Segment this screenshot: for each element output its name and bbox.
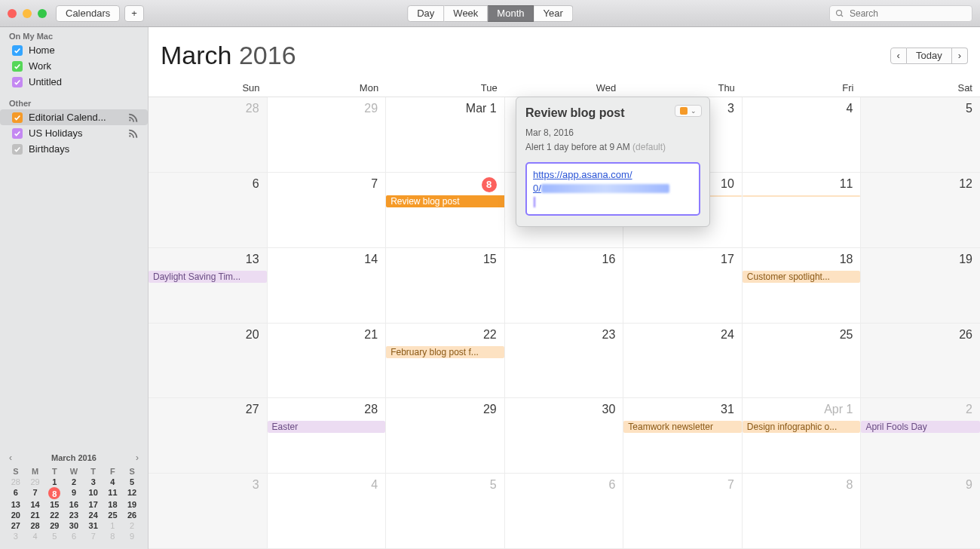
day-cell[interactable]: Mar 1: [386, 97, 505, 173]
mini-day[interactable]: 9: [64, 487, 84, 499]
day-cell[interactable]: 24: [623, 324, 743, 399]
add-button[interactable]: +: [124, 5, 144, 22]
calendar-item-mymac-1[interactable]: Work: [0, 58, 148, 74]
day-cell[interactable]: 5: [386, 474, 505, 549]
mini-day[interactable]: 8: [103, 531, 123, 541]
day-cell[interactable]: 5: [861, 97, 980, 173]
calendar-item-other-0[interactable]: Editorial Calend...: [0, 109, 148, 125]
day-cell[interactable]: 9: [861, 474, 980, 549]
today-button[interactable]: Today: [907, 48, 952, 64]
mini-day[interactable]: 9: [122, 531, 142, 541]
event-chip[interactable]: Teamwork newsletter: [623, 421, 742, 433]
calendar-checkbox[interactable]: [12, 61, 23, 72]
mini-day[interactable]: 13: [6, 499, 26, 510]
mini-day[interactable]: 6: [64, 531, 84, 541]
mini-day[interactable]: 7: [26, 487, 45, 499]
mini-day[interactable]: 3: [6, 531, 26, 541]
popover-calendar-picker[interactable]: ⌄: [675, 105, 702, 117]
mini-day[interactable]: 22: [44, 510, 64, 520]
mini-day[interactable]: 7: [84, 531, 103, 541]
day-cell[interactable]: 2April Fools Day: [861, 398, 980, 474]
mini-next-button[interactable]: ›: [136, 452, 139, 463]
mini-day[interactable]: 3: [84, 477, 103, 487]
mini-day[interactable]: 1: [103, 520, 123, 531]
mini-day[interactable]: 12: [122, 487, 142, 499]
event-chip[interactable]: Customer spotlight...: [743, 271, 861, 283]
mini-day[interactable]: 31: [84, 520, 103, 531]
popover-url-link-2[interactable]: 0/: [533, 182, 541, 194]
day-cell[interactable]: 25: [743, 324, 862, 399]
calendar-item-mymac-2[interactable]: Untitled: [0, 74, 148, 90]
calendar-checkbox[interactable]: [12, 112, 23, 123]
popover-url-field[interactable]: https://app.asana.com/ 0/: [525, 162, 700, 216]
event-chip[interactable]: Daylight Saving Tim...: [149, 271, 267, 283]
event-chip[interactable]: Review blog post: [386, 195, 505, 207]
view-year[interactable]: Year: [534, 5, 572, 22]
mini-day[interactable]: 23: [64, 510, 84, 520]
mini-day[interactable]: 6: [6, 487, 26, 499]
close-window-icon[interactable]: [8, 9, 17, 18]
mini-day[interactable]: 29: [44, 520, 64, 531]
day-cell[interactable]: 21: [268, 324, 387, 399]
mini-day[interactable]: 4: [26, 531, 45, 541]
day-cell[interactable]: 6: [505, 474, 624, 549]
day-cell[interactable]: 3: [149, 474, 268, 549]
mini-day[interactable]: 14: [26, 499, 45, 510]
mini-day[interactable]: 28: [26, 520, 45, 531]
day-cell[interactable]: 30: [505, 398, 624, 474]
day-cell[interactable]: 8Review blog post: [386, 173, 505, 248]
event-chip[interactable]: Easter: [268, 421, 386, 433]
day-cell[interactable]: 12: [861, 173, 980, 248]
day-cell[interactable]: 11: [743, 173, 862, 248]
minimize-window-icon[interactable]: [23, 9, 32, 18]
day-cell[interactable]: 7: [268, 173, 387, 248]
zoom-window-icon[interactable]: [38, 9, 47, 18]
mini-day[interactable]: 26: [122, 510, 142, 520]
mini-day[interactable]: 25: [103, 510, 123, 520]
day-cell[interactable]: 29: [268, 97, 387, 173]
mini-day[interactable]: 28: [6, 477, 26, 487]
view-day[interactable]: Day: [407, 5, 444, 22]
mini-day[interactable]: 24: [84, 510, 103, 520]
mini-day[interactable]: 19: [122, 499, 142, 510]
mini-day[interactable]: 15: [44, 499, 64, 510]
mini-day[interactable]: 10: [84, 487, 103, 499]
mini-day[interactable]: 5: [122, 477, 142, 487]
event-chip[interactable]: February blog post f...: [386, 346, 504, 358]
view-month[interactable]: Month: [488, 5, 534, 22]
mini-day[interactable]: 11: [103, 487, 123, 499]
day-cell[interactable]: 13Daylight Saving Tim...: [149, 248, 268, 324]
day-cell[interactable]: 17: [623, 248, 743, 324]
day-cell[interactable]: 23: [505, 324, 624, 399]
popover-url-link-1[interactable]: https://app.asana.com/: [533, 169, 632, 180]
event-chip[interactable]: April Fools Day: [861, 421, 980, 433]
day-cell[interactable]: 8: [743, 474, 862, 549]
day-cell[interactable]: 31Teamwork newsletter: [623, 398, 743, 474]
search-input[interactable]: [829, 5, 972, 22]
calendar-checkbox[interactable]: [12, 77, 23, 87]
day-cell[interactable]: 22February blog post f...: [386, 324, 505, 399]
day-cell[interactable]: 28Easter: [268, 398, 387, 474]
calendars-button[interactable]: Calendars: [56, 5, 120, 22]
day-cell[interactable]: 28: [149, 97, 268, 173]
day-cell[interactable]: 14: [268, 248, 387, 324]
prev-month-button[interactable]: ‹: [890, 48, 907, 64]
mini-day[interactable]: 8: [48, 487, 60, 499]
day-cell[interactable]: 4: [268, 474, 387, 549]
mini-day[interactable]: 4: [103, 477, 123, 487]
day-cell[interactable]: 26: [861, 324, 980, 399]
mini-day[interactable]: 17: [84, 499, 103, 510]
mini-day[interactable]: 2: [122, 520, 142, 531]
calendar-item-mymac-0[interactable]: Home: [0, 42, 148, 58]
day-cell[interactable]: 29: [386, 398, 505, 474]
popover-alert[interactable]: Alert 1 day before at 9 AM (default): [525, 140, 700, 155]
mini-day[interactable]: 30: [64, 520, 84, 531]
mini-prev-button[interactable]: ‹: [9, 452, 12, 463]
calendar-checkbox[interactable]: [12, 144, 23, 155]
day-cell[interactable]: 27: [149, 398, 268, 474]
day-cell[interactable]: 20: [149, 324, 268, 399]
day-cell[interactable]: 18Customer spotlight...: [743, 248, 862, 324]
calendar-checkbox[interactable]: [12, 45, 23, 56]
mini-day[interactable]: 2: [64, 477, 84, 487]
day-cell[interactable]: 19: [861, 248, 980, 324]
